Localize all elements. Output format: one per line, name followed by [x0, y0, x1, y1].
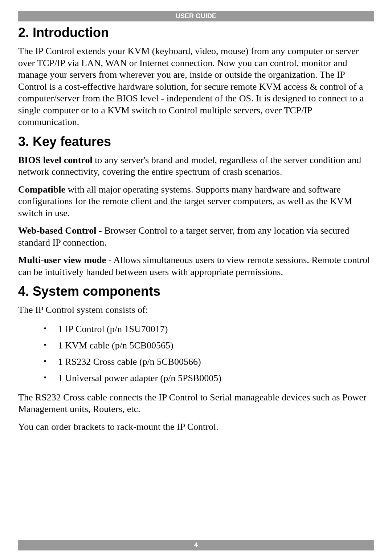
- header-label: USER GUIDE: [176, 12, 216, 20]
- introduction-body: The IP Control extends your KVM (keyboar…: [18, 45, 374, 128]
- section-heading-system-components: 4. System components: [18, 284, 374, 299]
- feature-bios-level: BIOS level control to any server's brand…: [18, 154, 374, 178]
- header-bar: USER GUIDE: [18, 11, 374, 21]
- feature-lead: Web-based Control -: [18, 225, 102, 236]
- system-components-intro: The IP Control system consists of:: [18, 304, 374, 316]
- feature-web-based: Web-based Control - Browser Control to a…: [18, 225, 374, 249]
- feature-rest: with all major operating systems. Suppor…: [18, 184, 352, 218]
- footer-bar: 4: [18, 540, 374, 550]
- list-item: 1 IP Control (p/n 1SU70017): [18, 322, 374, 336]
- system-components-after-2: You can order brackets to rack-mount the…: [18, 421, 374, 433]
- feature-multi-user: Multi-user view mode - Allows simultaneo…: [18, 254, 374, 278]
- list-item: 1 RS232 Cross cable (p/n 5CB00566): [18, 355, 374, 369]
- section-heading-introduction: 2. Introduction: [18, 25, 374, 40]
- feature-lead: Compatible: [18, 184, 65, 195]
- feature-compatible: Compatible with all major operating syst…: [18, 184, 374, 219]
- list-item: 1 Universal power adapter (p/n 5PSB0005): [18, 371, 374, 385]
- page-number: 4: [194, 541, 198, 549]
- list-item: 1 KVM cable (p/n 5CB00565): [18, 338, 374, 352]
- components-list: 1 IP Control (p/n 1SU70017) 1 KVM cable …: [18, 322, 374, 385]
- section-heading-key-features: 3. Key features: [18, 134, 374, 149]
- feature-lead: Multi-user view mode -: [18, 255, 111, 265]
- feature-lead: BIOS level control: [18, 155, 93, 165]
- system-components-after-1: The RS232 Cross cable connects the IP Co…: [18, 392, 374, 415]
